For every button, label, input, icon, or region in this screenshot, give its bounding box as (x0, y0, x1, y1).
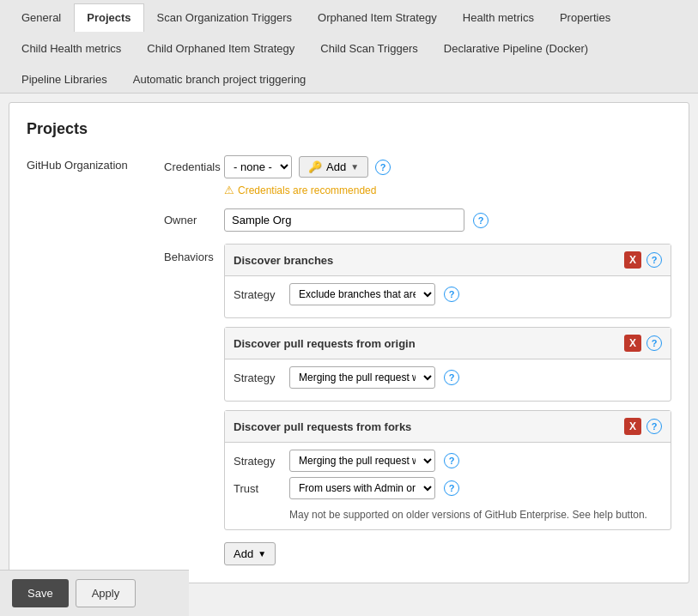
credentials-select[interactable]: - none - (224, 155, 292, 178)
owner-help-icon[interactable]: ? (473, 213, 489, 228)
behavior-header-discover-prs-origin: Discover pull requests from originX? (225, 328, 671, 359)
tab-row-1: GeneralProjectsScan Organization Trigger… (9, 0, 689, 31)
tab-properties[interactable]: Properties (547, 3, 623, 31)
behavior-header-discover-prs-forks: Discover pull requests from forksX? (225, 411, 671, 443)
trust-row-discover-prs-forks: TrustFrom users with Admin or Write perm… (234, 477, 662, 499)
behavior-note-discover-prs-forks: May not be supported on older versions o… (234, 504, 662, 522)
behavior-header-discover-branches: Discover branchesX? (225, 245, 671, 276)
behaviors-label: Behaviors (164, 244, 215, 263)
trust-label-discover-prs-forks: Trust (234, 482, 281, 495)
credentials-label: Credentials (164, 155, 215, 173)
behaviors-row: Behaviors Discover branchesX?StrategyExc… (164, 244, 671, 565)
tab-declarative-pipeline[interactable]: Declarative Pipeline (Docker) (431, 34, 601, 62)
behavior-title-discover-prs-forks: Discover pull requests from forks (234, 420, 411, 433)
save-button[interactable]: Save (12, 579, 69, 592)
add-behavior-button[interactable]: Add▼ (224, 542, 276, 565)
behavior-body-discover-prs-origin: StrategyMerging the pull request with cu… (225, 359, 671, 401)
source-label: GitHub Organization (27, 155, 147, 172)
behavior-title-discover-prs-origin: Discover pull requests from origin (234, 337, 416, 350)
remove-behavior-button-discover-prs-origin[interactable]: X (624, 335, 641, 352)
behavior-title-discover-branches: Discover branches (234, 254, 333, 267)
tab-child-health-metrics[interactable]: Child Health metrics (9, 34, 134, 62)
tab-child-scan-triggers[interactable]: Child Scan Triggers (307, 34, 430, 62)
strategy-help-icon-discover-prs-forks[interactable]: ? (444, 453, 459, 468)
form-section: GitHub Organization Credentials - none -… (27, 155, 671, 565)
remove-behavior-button-discover-branches[interactable]: X (624, 251, 641, 269)
page-title: Projects (27, 120, 671, 138)
strategy-select-discover-prs-origin[interactable]: Merging the pull request with current ta… (289, 366, 435, 389)
credentials-help-icon[interactable]: ? (375, 160, 391, 175)
behavior-body-discover-branches: StrategyExclude branches that are filed … (225, 276, 671, 317)
tab-pipeline-libraries[interactable]: Pipeline Libraries (9, 65, 120, 93)
strategy-label-discover-branches: Strategy (234, 288, 281, 301)
strategy-help-icon-discover-prs-origin[interactable]: ? (444, 370, 459, 385)
trust-help-icon-discover-prs-forks[interactable]: ? (444, 480, 459, 496)
credentials-controls: - none - 🔑 Add ▼ ? ⚠ Credentials are rec… (224, 155, 391, 196)
form-content: Credentials - none - 🔑 Add ▼ ? (164, 155, 671, 565)
remove-behavior-button-discover-prs-forks[interactable]: X (624, 418, 641, 435)
credentials-warning: ⚠ Credentials are recommended (224, 184, 391, 196)
strategy-row-discover-prs-forks: StrategyMerging the pull request with cu… (234, 450, 662, 472)
strategy-help-icon-discover-branches[interactable]: ? (444, 287, 459, 302)
tab-row-2: Child Health metricsChild Orphaned Item … (9, 31, 689, 62)
behavior-card-discover-branches: Discover branchesX?StrategyExclude branc… (224, 244, 671, 318)
tab-orphaned-item-strategy[interactable]: Orphaned Item Strategy (305, 3, 450, 31)
tab-bar: GeneralProjectsScan Organization Trigger… (0, 0, 698, 94)
owner-row: Owner ? (164, 208, 671, 232)
behavior-help-icon-discover-branches[interactable]: ? (646, 252, 662, 268)
footer-bar: Save Apply (0, 570, 189, 592)
strategy-select-discover-branches[interactable]: Exclude branches that are filed as PRsAl… (289, 283, 435, 305)
trust-select-discover-prs-forks[interactable]: From users with Admin or Write permissio… (289, 477, 435, 499)
behavior-help-icon-discover-prs-forks[interactable]: ? (646, 419, 662, 434)
owner-label: Owner (164, 214, 215, 226)
behavior-card-discover-prs-forks: Discover pull requests from forksX?Strat… (224, 410, 671, 530)
warning-triangle-icon: ⚠ (224, 184, 234, 196)
strategy-select-discover-prs-forks[interactable]: Merging the pull request with current ta… (289, 450, 435, 472)
add-credentials-label: Add (326, 160, 346, 173)
strategy-label-discover-prs-origin: Strategy (234, 371, 281, 384)
strategy-row-discover-branches: StrategyExclude branches that are filed … (234, 283, 662, 305)
behaviors-content: Discover branchesX?StrategyExclude branc… (224, 244, 671, 565)
tab-health-metrics[interactable]: Health metrics (450, 3, 547, 31)
tab-general[interactable]: General (9, 3, 74, 31)
tab-scan-org-triggers[interactable]: Scan Organization Triggers (144, 3, 306, 31)
strategy-label-discover-prs-forks: Strategy (234, 455, 281, 468)
tab-row-3: Pipeline LibrariesAutomatic branch proje… (9, 62, 689, 93)
key-icon: 🔑 (308, 160, 322, 173)
tab-projects[interactable]: Projects (74, 3, 143, 32)
add-credentials-button[interactable]: 🔑 Add ▼ (299, 156, 368, 178)
strategy-row-discover-prs-origin: StrategyMerging the pull request with cu… (234, 366, 662, 389)
tab-automatic-branch[interactable]: Automatic branch project triggering (120, 65, 319, 93)
apply-button[interactable]: Apply (76, 579, 137, 592)
behavior-card-discover-prs-origin: Discover pull requests from originX?Stra… (224, 327, 671, 402)
add-behavior-label: Add (234, 547, 253, 560)
content-area: Projects GitHub Organization Credentials… (9, 102, 689, 583)
owner-input[interactable] (224, 208, 464, 232)
chevron-down-icon: ▼ (350, 162, 359, 172)
behavior-body-discover-prs-forks: StrategyMerging the pull request with cu… (225, 443, 671, 529)
behavior-help-icon-discover-prs-origin[interactable]: ? (646, 335, 662, 351)
add-behavior-chevron-icon: ▼ (258, 549, 266, 559)
tab-child-orphaned-item-strategy[interactable]: Child Orphaned Item Strategy (134, 34, 307, 62)
